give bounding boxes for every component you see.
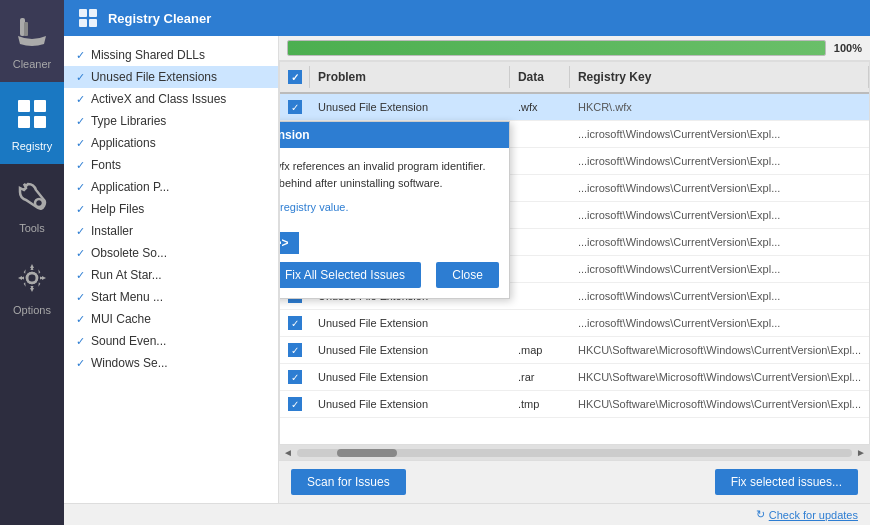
table-row[interactable]: Unused File Extension .rar HKCU\Software… <box>280 364 869 391</box>
sidebar-tools-label: Tools <box>19 222 45 234</box>
registry-item-start-menu[interactable]: ✓ Start Menu ... <box>64 286 278 308</box>
rows-with-tooltip: Unused File Extension The file extension… <box>280 121 869 337</box>
table-row[interactable]: Unused File Extension .wfx HKCR\.wfx <box>280 94 869 121</box>
registry-item-obsolete-software[interactable]: ✓ Obsolete So... <box>64 242 278 264</box>
progress-label: 100% <box>834 42 862 54</box>
registry-item-fonts[interactable]: ✓ Fonts <box>64 154 278 176</box>
registry-cleaner-icon <box>76 6 100 30</box>
sidebar-item-registry[interactable]: Registry <box>0 82 64 164</box>
registry-item-mui-cache[interactable]: ✓ MUI Cache <box>64 308 278 330</box>
registry-item-installer[interactable]: ✓ Installer <box>64 220 278 242</box>
registry-item-app-paths[interactable]: ✓ Application P... <box>64 176 278 198</box>
svg-rect-10 <box>89 9 97 17</box>
svg-rect-1 <box>24 22 28 36</box>
table-row[interactable]: Unused File Extension .map HKCU\Software… <box>280 337 869 364</box>
svg-rect-9 <box>79 9 87 17</box>
grid-icon <box>12 94 52 134</box>
table-row[interactable]: Unused File Extension .tmp HKCU\Software… <box>280 391 869 418</box>
horizontal-scrollbar[interactable]: ◄ ► <box>279 445 870 460</box>
sidebar-cleaner-label: Cleaner <box>13 58 52 70</box>
right-panel: 100% ▲ ▼ Problem Data Reg <box>279 36 870 503</box>
svg-rect-12 <box>89 19 97 27</box>
scroll-right-btn[interactable]: ► <box>856 447 866 458</box>
dialog-buttons: Fix Issue Fix All Selected Issues Close <box>279 262 499 288</box>
fix-all-button[interactable]: Fix All Selected Issues <box>279 262 421 288</box>
registry-item-unused-extensions[interactable]: ✓ Unused File Extensions <box>64 66 278 88</box>
tooltip-header: Unused File Extension <box>279 122 509 148</box>
tooltip-body: The file extension .wfx references an in… <box>279 148 509 298</box>
svg-rect-11 <box>79 19 87 27</box>
registry-item-sound-events[interactable]: ✓ Sound Even... <box>64 330 278 352</box>
top-bar-title: Registry Cleaner <box>108 11 211 26</box>
bottom-bar: Scan for Issues Fix selected issues... <box>279 460 870 503</box>
svg-point-6 <box>35 199 43 207</box>
scroll-thumb[interactable] <box>337 449 397 457</box>
svg-rect-2 <box>18 100 30 112</box>
progress-bar <box>287 40 826 56</box>
table-header: Problem Data Registry Key <box>280 62 869 94</box>
wrench-icon <box>12 176 52 216</box>
sidebar-item-options[interactable]: Options <box>0 246 64 328</box>
table-row[interactable]: Unused File Extension ...icrosoft\Window… <box>280 310 869 337</box>
nav-next-button[interactable]: >> <box>279 232 299 254</box>
svg-point-8 <box>27 273 37 283</box>
tooltip-popup: Unused File Extension The file extension… <box>279 121 510 299</box>
sidebar: Cleaner Registry Tools <box>0 0 64 525</box>
registry-item-activex[interactable]: ✓ ActiveX and Class Issues <box>64 88 278 110</box>
registry-item-run-startup[interactable]: ✓ Run At Star... <box>64 264 278 286</box>
top-bar: Registry Cleaner <box>64 0 870 36</box>
main-content: Registry Cleaner ✓ Missing Shared DLLs ✓… <box>64 0 870 525</box>
header-problem: Problem <box>310 66 510 88</box>
gear-icon <box>12 258 52 298</box>
svg-rect-5 <box>34 116 46 128</box>
progress-fill <box>288 41 825 55</box>
svg-rect-3 <box>34 100 46 112</box>
registry-item-missing-dlls[interactable]: ✓ Missing Shared DLLs <box>64 44 278 66</box>
status-bar: ↻ Check for updates <box>64 503 870 525</box>
sidebar-options-label: Options <box>13 304 51 316</box>
close-button[interactable]: Close <box>436 262 499 288</box>
scroll-left-btn[interactable]: ◄ <box>283 447 293 458</box>
progress-area: 100% ▲ ▼ <box>279 36 870 61</box>
check-updates-link[interactable]: Check for updates <box>769 509 858 521</box>
scan-button[interactable]: Scan for Issues <box>291 469 406 495</box>
results-table: Problem Data Registry Key Unused File Ex… <box>279 61 870 445</box>
refresh-icon: ↻ <box>756 508 765 521</box>
left-panel: ✓ Missing Shared DLLs ✓ Unused File Exte… <box>64 36 279 503</box>
fix-selected-button[interactable]: Fix selected issues... <box>715 469 858 495</box>
sidebar-registry-label: Registry <box>12 140 52 152</box>
sidebar-item-tools[interactable]: Tools <box>0 164 64 246</box>
header-regkey: Registry Key <box>570 66 869 88</box>
header-data: Data <box>510 66 570 88</box>
registry-item-windows-search[interactable]: ✓ Windows Se... <box>64 352 278 374</box>
registry-item-type-libraries[interactable]: ✓ Type Libraries <box>64 110 278 132</box>
registry-item-applications[interactable]: ✓ Applications <box>64 132 278 154</box>
header-check <box>280 66 310 88</box>
registry-item-help-files[interactable]: ✓ Help Files <box>64 198 278 220</box>
tooltip-solution: Solution: Delete the registry value. <box>279 199 499 216</box>
sidebar-item-cleaner[interactable]: Cleaner <box>0 0 64 82</box>
nav-area: 1 / 145 << >> <box>279 232 499 254</box>
content-area: ✓ Missing Shared DLLs ✓ Unused File Exte… <box>64 36 870 503</box>
svg-rect-4 <box>18 116 30 128</box>
scroll-track <box>297 449 852 457</box>
broom-icon <box>12 12 52 52</box>
